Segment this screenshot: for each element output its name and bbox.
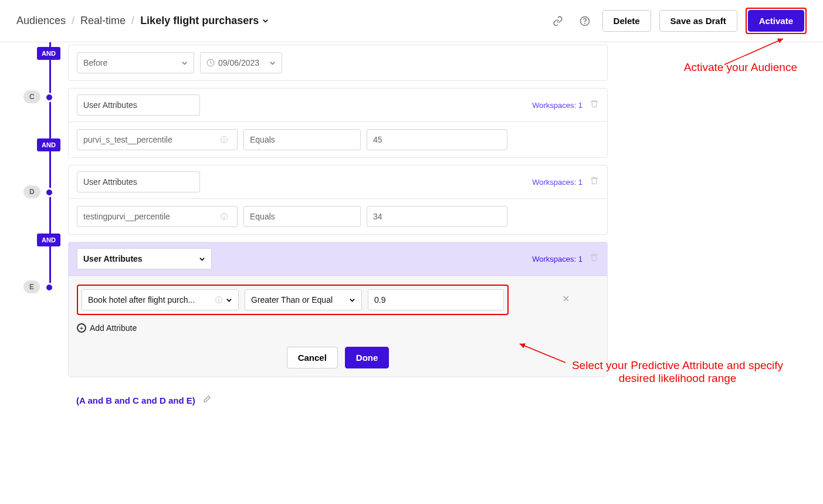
- add-attribute-label: Add Attribute: [90, 323, 137, 333]
- info-icon: i: [221, 136, 228, 143]
- clock-icon: [206, 59, 215, 67]
- crumb-audience-name[interactable]: Likely flight purchasers: [140, 15, 269, 27]
- content-area: AND C AND D AND E Before 09/06/2023: [0, 42, 823, 416]
- add-attribute-button[interactable]: + Add Attribute: [77, 323, 599, 333]
- activate-highlight: Activate: [746, 8, 807, 34]
- help-icon[interactable]: [575, 12, 594, 31]
- rule-kind-select[interactable]: User Attributes: [77, 171, 200, 192]
- info-icon: i: [221, 213, 228, 220]
- and-operator[interactable]: AND: [37, 47, 60, 60]
- workspaces-link[interactable]: Workspaces: 1: [532, 255, 582, 263]
- crumb-realtime[interactable]: Real-time: [80, 15, 126, 27]
- rule-kind-label: User Attributes: [83, 254, 143, 263]
- chevron-down-icon: [262, 18, 269, 24]
- chevron-down-icon: [226, 297, 232, 303]
- trash-icon[interactable]: [590, 176, 599, 188]
- edit-expression-button[interactable]: [202, 395, 211, 405]
- and-operator[interactable]: AND: [37, 234, 60, 246]
- slash-icon: /: [131, 15, 134, 27]
- operator-select[interactable]: Equals: [243, 206, 361, 227]
- rule-kind-select[interactable]: User Attributes: [77, 248, 212, 269]
- rule-label-c: C: [23, 90, 40, 103]
- svg-point-1: [584, 23, 585, 23]
- value-text: 0.9: [374, 295, 385, 305]
- chevron-down-icon: [269, 60, 276, 66]
- rule-kind-label: User Attributes: [83, 177, 137, 187]
- expression-text: (A and B and C and D and E): [76, 395, 195, 405]
- delete-button[interactable]: Delete: [602, 10, 651, 32]
- attribute-select[interactable]: purvi_s_test__percentile i: [77, 129, 238, 150]
- chevron-down-icon: [349, 297, 355, 303]
- trash-icon[interactable]: [590, 99, 599, 111]
- breadcrumb: Audiences / Real-time / Likely flight pu…: [16, 15, 269, 27]
- rule-card-e-active: User Attributes Workspaces: 1 Book hotel…: [68, 242, 608, 377]
- value-input[interactable]: 45: [367, 129, 507, 150]
- header-actions: Delete Save as Draft Activate: [548, 8, 807, 34]
- operator-select[interactable]: Equals: [243, 129, 361, 150]
- annotation-activate: Activate your Audience: [684, 61, 797, 74]
- save-draft-button[interactable]: Save as Draft: [659, 10, 737, 32]
- rule-kind-label: User Attributes: [83, 100, 137, 110]
- crumb-audiences[interactable]: Audiences: [16, 15, 66, 27]
- value-text: 34: [373, 212, 382, 221]
- rule-label-d: D: [23, 185, 40, 198]
- operator-label: Greater Than or Equal: [251, 295, 333, 305]
- remove-row-button[interactable]: [561, 294, 571, 306]
- plus-icon: +: [77, 323, 86, 333]
- workspaces-link[interactable]: Workspaces: 1: [532, 178, 582, 187]
- rule-card-c: User Attributes Workspaces: 1 purvi_s_te…: [68, 88, 608, 158]
- value-input[interactable]: 34: [367, 206, 507, 227]
- tree-dot-icon: [45, 283, 54, 292]
- operator-select[interactable]: Greater Than or Equal: [245, 289, 362, 310]
- rule-kind-select[interactable]: User Attributes: [77, 94, 200, 116]
- page-header: Audiences / Real-time / Likely flight pu…: [0, 0, 823, 42]
- audience-title: Likely flight purchasers: [140, 15, 259, 27]
- and-operator[interactable]: AND: [37, 138, 60, 151]
- attribute-name: Book hotel after flight purch...: [88, 295, 195, 305]
- tree-dot-icon: [45, 93, 54, 102]
- workspaces-link[interactable]: Workspaces: 1: [532, 101, 582, 110]
- date-filter-card: Before 09/06/2023: [68, 45, 608, 81]
- done-button[interactable]: Done: [345, 347, 390, 368]
- expression-summary: (A and B and C and D and E): [68, 384, 608, 416]
- date-op-select[interactable]: Before: [77, 52, 194, 73]
- date-picker[interactable]: 09/06/2023: [200, 52, 282, 73]
- rule-tree: AND C AND D AND E: [9, 42, 68, 416]
- trash-icon[interactable]: [590, 253, 599, 265]
- operator-label: Equals: [250, 135, 275, 144]
- activate-button[interactable]: Activate: [748, 10, 804, 32]
- cancel-button[interactable]: Cancel: [287, 347, 338, 368]
- tree-dot-icon: [45, 188, 54, 197]
- rule-label-e: E: [23, 280, 40, 293]
- slash-icon: /: [72, 15, 74, 27]
- date-value: 09/06/2023: [218, 58, 259, 67]
- date-op-label: Before: [83, 58, 107, 67]
- attribute-select[interactable]: Book hotel after flight purch... i: [82, 289, 239, 310]
- attribute-name: testingpurvi__percentile: [83, 212, 170, 221]
- chevron-down-icon: [199, 256, 205, 262]
- chevron-down-icon: [181, 60, 188, 66]
- rule-card-d: User Attributes Workspaces: 1 testingpur…: [68, 165, 608, 235]
- attribute-select[interactable]: testingpurvi__percentile i: [77, 206, 238, 227]
- info-icon: i: [215, 296, 222, 303]
- operator-label: Equals: [250, 212, 275, 221]
- value-text: 45: [373, 135, 382, 144]
- link-icon[interactable]: [548, 12, 567, 31]
- attribute-name: purvi_s_test__percentile: [83, 135, 172, 144]
- value-input[interactable]: 0.9: [368, 289, 504, 310]
- rule-cards: Before 09/06/2023 User Attributes Worksp…: [68, 42, 608, 416]
- predictive-attribute-highlight: Book hotel after flight purch... i Great…: [77, 285, 509, 315]
